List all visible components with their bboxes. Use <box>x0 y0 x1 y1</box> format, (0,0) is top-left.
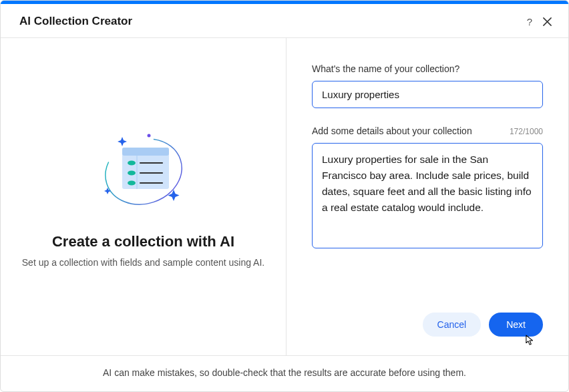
ai-collection-illustration-icon <box>97 126 190 220</box>
svg-rect-2 <box>122 148 169 156</box>
cancel-button[interactable]: Cancel <box>423 313 482 337</box>
name-form-group: What's the name of your collection? <box>312 63 543 108</box>
modal-footer: AI can make mistakes, so double-check th… <box>1 355 568 391</box>
next-button[interactable]: Next <box>489 313 543 337</box>
help-icon[interactable]: ? <box>527 16 532 27</box>
svg-point-3 <box>128 160 136 165</box>
collection-name-label: What's the name of your collection? <box>312 63 459 74</box>
footer-disclaimer: AI can make mistakes, so double-check th… <box>103 367 466 378</box>
char-counter: 172/1000 <box>510 127 543 136</box>
collection-details-label: Add some details about your collection <box>312 126 472 136</box>
svg-point-7 <box>128 180 136 185</box>
left-panel: Create a collection with AI Set up a col… <box>1 38 287 355</box>
right-panel: What's the name of your collection? Add … <box>287 38 568 355</box>
left-panel-title: Create a collection with AI <box>52 233 234 250</box>
next-button-label: Next <box>506 319 526 330</box>
collection-name-input[interactable] <box>312 81 543 108</box>
header-actions: ? <box>527 16 552 27</box>
modal-title: AI Collection Creator <box>19 15 132 28</box>
details-form-group: Add some details about your collection 1… <box>312 126 543 251</box>
svg-point-5 <box>128 170 136 175</box>
modal-header: AI Collection Creator ? <box>1 4 568 38</box>
close-icon[interactable] <box>542 16 552 27</box>
ai-collection-creator-modal: AI Collection Creator ? <box>0 0 569 392</box>
cursor-icon <box>526 335 535 347</box>
left-panel-subtitle: Set up a collection with fields and samp… <box>22 257 264 268</box>
collection-details-textarea[interactable] <box>312 143 543 248</box>
modal-body: Create a collection with AI Set up a col… <box>1 38 568 355</box>
svg-point-10 <box>147 134 150 137</box>
form-actions: Cancel Next <box>312 313 543 339</box>
